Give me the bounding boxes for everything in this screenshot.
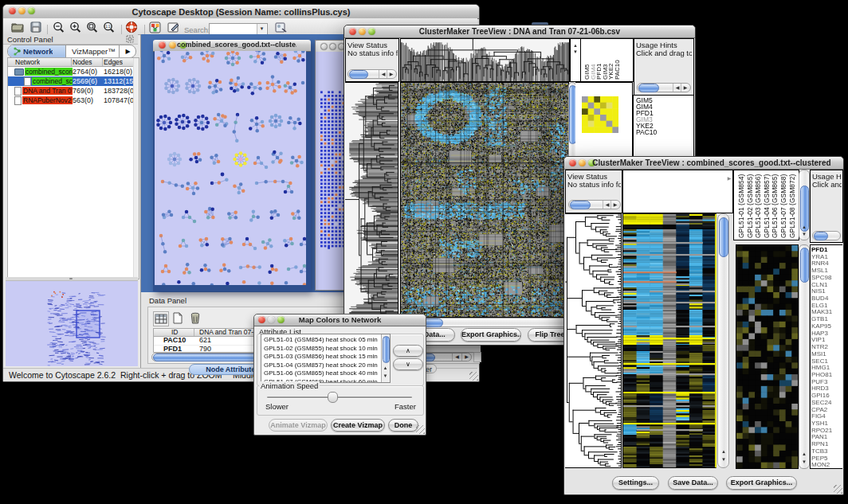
tv2-column-label[interactable]: GPL51-01 (GSM854) bbox=[737, 174, 745, 238]
tv2-status-hscrollbar[interactable]: ◀ ▶ bbox=[568, 200, 621, 209]
scroll-up-arrow[interactable]: ▲ bbox=[800, 451, 808, 458]
tv1-status-hscrollbar[interactable]: ◀ ▶ bbox=[347, 69, 397, 79]
search-option-icon[interactable] bbox=[275, 21, 288, 33]
zoom-selected-icon[interactable] bbox=[86, 21, 98, 33]
tv1-hints-hscroll-thumb[interactable] bbox=[638, 84, 659, 92]
resize-grip[interactable] bbox=[469, 372, 478, 381]
tv2-column-label[interactable]: GPL51-02 (GSM855) bbox=[746, 174, 754, 238]
scroll-down-arrow[interactable]: ▼ bbox=[571, 49, 579, 56]
tv2-export-graphics-button[interactable]: Export Graphics... bbox=[726, 476, 797, 490]
minimize-button[interactable] bbox=[169, 41, 176, 49]
table-tool-button[interactable] bbox=[153, 311, 169, 326]
tv1-status-hscroll-thumb[interactable] bbox=[349, 70, 368, 79]
tv2-heatmap[interactable] bbox=[622, 213, 716, 468]
scroll-up-arrow[interactable]: ▲ bbox=[382, 365, 389, 372]
dialog-titlebar[interactable]: Map Colors to Network bbox=[254, 315, 426, 326]
network-tree-row[interactable]: combined_sco2569(6)13112(15) bbox=[8, 76, 139, 86]
tv2-heatmap-vscroll-thumb[interactable] bbox=[719, 217, 728, 257]
done-button[interactable]: Done bbox=[388, 419, 418, 432]
treeview2-titlebar[interactable]: ClusterMaker TreeView : combined_scores_… bbox=[564, 157, 843, 170]
tv1-heatmap[interactable] bbox=[400, 82, 569, 318]
resize-grip[interactable] bbox=[416, 425, 425, 434]
zoom-out-icon[interactable] bbox=[53, 21, 65, 33]
float-panel-icon[interactable] bbox=[126, 35, 134, 43]
attribute-list-vscroll-thumb[interactable] bbox=[383, 336, 390, 363]
tv2-column-label[interactable]: GPL51-03 (GSM856) bbox=[754, 174, 762, 238]
minimize-button[interactable] bbox=[329, 43, 336, 50]
tv1-label-scroll-strip[interactable]: ▲ ▼ bbox=[570, 38, 581, 82]
scroll-right-arrow[interactable]: ▶ bbox=[461, 354, 471, 361]
attribute-listbox[interactable]: GPL51-01 (GSM854) heat shock 05 minGPL51… bbox=[261, 334, 391, 383]
tv2-hints-hscrollbar[interactable] bbox=[812, 231, 841, 240]
scroll-right-arrow[interactable]: ▶ bbox=[726, 175, 732, 182]
tv2-row-dendrogram[interactable] bbox=[565, 213, 622, 468]
network1-view[interactable] bbox=[155, 51, 306, 285]
network-tree-row[interactable]: RNAPuberNov2+!563(0)107847(0) bbox=[8, 96, 139, 105]
minimize-button[interactable] bbox=[579, 159, 586, 166]
resize-grip[interactable] bbox=[834, 485, 842, 494]
vizmap-nodes-icon[interactable] bbox=[149, 21, 161, 33]
scroll-up-arrow[interactable]: ▲ bbox=[720, 448, 728, 455]
tv2-gene-heatmap[interactable] bbox=[736, 244, 799, 469]
tv2-column-label[interactable]: GPL51-08 (GSM872) bbox=[788, 174, 796, 238]
treeview1-titlebar[interactable]: ClusterMaker TreeView : DNA and Tran 07-… bbox=[344, 25, 695, 38]
tv1-hints-hscrollbar[interactable]: ◀ ▶ bbox=[637, 83, 691, 92]
speed-slider-track[interactable] bbox=[267, 397, 412, 398]
tv2-save-data-button[interactable]: Save Data... bbox=[668, 476, 718, 490]
scroll-down-arrow[interactable]: ▼ bbox=[800, 459, 808, 466]
move-up-button[interactable]: ∧ bbox=[393, 345, 423, 357]
network-table-vscrollbar[interactable] bbox=[133, 58, 139, 279]
tv2-settings-button[interactable]: Settings... bbox=[612, 476, 659, 490]
close-button[interactable] bbox=[320, 43, 328, 50]
tv2-status-hscroll-thumb[interactable] bbox=[570, 201, 591, 209]
tv2-column-label[interactable]: GPL51-04 (GSM857) bbox=[763, 174, 771, 238]
tv2-column-label[interactable]: GPL51-06 (GSM865) bbox=[771, 174, 779, 238]
tab-overflow-arrow[interactable]: ▶ bbox=[119, 45, 136, 57]
main-titlebar[interactable]: Cytoscape Desktop (Session Name: collins… bbox=[3, 5, 479, 19]
search-input[interactable]: ▼ bbox=[209, 23, 268, 35]
open-folder-icon[interactable] bbox=[11, 21, 25, 33]
scroll-down-arrow[interactable]: ▼ bbox=[800, 231, 808, 238]
tv2-hints-hscroll-thumb[interactable] bbox=[814, 232, 828, 240]
tv2-collabel-vscrollbar[interactable]: ▲ ▼ bbox=[799, 170, 810, 240]
close-button[interactable] bbox=[569, 159, 576, 166]
scroll-right-arrow[interactable]: ▶ bbox=[610, 201, 619, 209]
tv1-export-graphics-button[interactable]: Export Graphics... bbox=[461, 328, 521, 342]
tv1-row-dendrogram[interactable] bbox=[345, 82, 398, 318]
scroll-down-arrow[interactable]: ▼ bbox=[720, 456, 728, 463]
scroll-up-arrow[interactable]: ▲ bbox=[800, 224, 808, 231]
scroll-right-arrow[interactable]: ▶ bbox=[387, 70, 395, 78]
network-tree-row[interactable]: combined_scores_2764(0)16218(0) bbox=[8, 67, 139, 76]
tv1-column-label[interactable]: PAC10 bbox=[614, 60, 621, 80]
network1-titlebar[interactable]: combined_scores_good.txt--cluste... bbox=[153, 40, 311, 52]
tab-vizmapper[interactable]: VizMapper™ bbox=[65, 45, 119, 57]
new-attribute-button[interactable] bbox=[171, 311, 185, 325]
tab-network[interactable]: Network bbox=[8, 45, 66, 57]
scroll-down-arrow[interactable]: ▼ bbox=[382, 373, 389, 380]
save-icon[interactable] bbox=[30, 21, 41, 33]
tv2-subheat-vscroll-thumb[interactable] bbox=[800, 248, 809, 283]
tv2-column-label[interactable]: GPL51-07 (GSM868) bbox=[779, 174, 787, 238]
network-table-header[interactable]: Network Nodes Edges bbox=[8, 58, 139, 67]
tv2-subheat-vscrollbar[interactable]: ▲ ▼ bbox=[799, 244, 810, 469]
attribute-list-item[interactable]: GPL51-03 (GSM856) heat shock 15 min bbox=[264, 353, 378, 361]
tv1-heatmap-hscrollbar[interactable] bbox=[400, 318, 579, 327]
network-tree-row[interactable]: DNA and Tran 07769(0)183728(0) bbox=[8, 86, 139, 96]
move-down-button[interactable]: ∨ bbox=[393, 358, 423, 370]
attribute-list-item[interactable]: GPL51-02 (GSM855) heat shock 10 min bbox=[264, 345, 378, 354]
search-dropdown-arrow[interactable]: ▼ bbox=[257, 24, 266, 34]
zoom-in-icon[interactable] bbox=[69, 21, 81, 33]
scroll-right-arrow[interactable]: ▶ bbox=[681, 84, 689, 92]
tv2-heatmap-vscrollbar[interactable]: ▲ ▼ bbox=[717, 213, 729, 468]
attribute-list-item[interactable]: GPL51-06 (GSM865) heat shock 40 min bbox=[264, 369, 378, 378]
attribute-list-vscrollbar[interactable]: ▲ ▼ bbox=[381, 334, 390, 382]
tv2-row-label[interactable]: MON2 bbox=[811, 462, 832, 469]
delete-attribute-button[interactable] bbox=[188, 311, 202, 325]
help-lifering-icon[interactable] bbox=[125, 21, 138, 33]
close-button[interactable] bbox=[159, 41, 166, 49]
annotation-icon[interactable] bbox=[167, 21, 180, 33]
network-overview-thumbnail[interactable] bbox=[6, 280, 138, 366]
tv1-column-dendrogram[interactable] bbox=[400, 38, 570, 82]
create-vizmap-button[interactable]: Create Vizmap bbox=[331, 419, 385, 432]
attribute-list-item[interactable]: GPL51-04 (GSM857) heat shock 20 min bbox=[264, 361, 378, 370]
